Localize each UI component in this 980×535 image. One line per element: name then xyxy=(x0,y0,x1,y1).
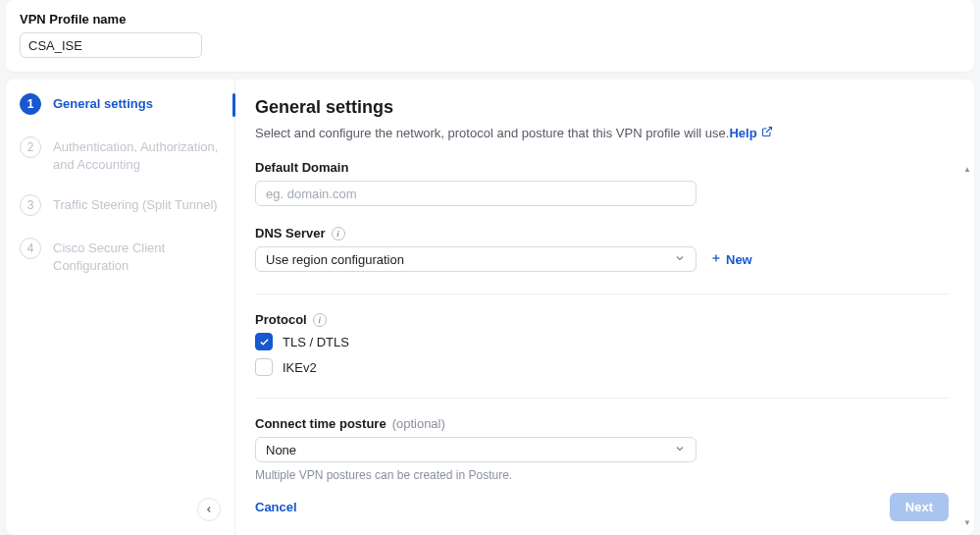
collapse-sidebar-button[interactable] xyxy=(197,498,221,521)
protocol-option-tls-dtls[interactable]: TLS / DTLS xyxy=(255,333,949,350)
next-button[interactable]: Next xyxy=(890,493,949,521)
protocol-option-ikev2[interactable]: IKEv2 xyxy=(255,358,949,376)
protocol-label: Protocol i xyxy=(255,312,949,327)
new-dns-button[interactable]: New xyxy=(710,252,752,267)
dns-server-selected-value: Use region configuration xyxy=(266,252,404,267)
profile-name-label: VPN Profile name xyxy=(20,12,960,27)
step-general-settings[interactable]: 1 General settings xyxy=(20,93,227,115)
plus-icon xyxy=(710,252,722,267)
svg-line-0 xyxy=(766,128,772,134)
dns-server-select[interactable]: Use region configuration xyxy=(255,246,696,272)
section-divider xyxy=(255,398,949,399)
description-text: Select and configure the network, protoc… xyxy=(255,126,729,140)
help-link-label: Help xyxy=(729,126,756,140)
cancel-button[interactable]: Cancel xyxy=(255,500,297,514)
protocol-option-label: IKEv2 xyxy=(283,360,317,375)
posture-label-text: Connect time posture xyxy=(255,416,387,431)
profile-name-card: VPN Profile name xyxy=(6,0,974,72)
page-title: General settings xyxy=(255,97,949,118)
step-label: Authentication, Authorization, and Accou… xyxy=(53,136,227,173)
scroll-down-arrow-icon: ▼ xyxy=(962,517,972,527)
step-secure-client-config[interactable]: 4 Cisco Secure Client Configuration xyxy=(20,238,227,274)
protocol-label-text: Protocol xyxy=(255,312,307,327)
default-domain-input[interactable] xyxy=(255,181,696,206)
info-icon[interactable]: i xyxy=(332,227,345,241)
step-number: 4 xyxy=(20,238,41,259)
profile-name-input[interactable] xyxy=(20,32,202,58)
step-label: Cisco Secure Client Configuration xyxy=(53,238,227,274)
info-icon[interactable]: i xyxy=(313,313,327,327)
step-label: Traffic Steering (Split Tunnel) xyxy=(53,194,218,214)
posture-label: Connect time posture (optional) xyxy=(255,416,949,431)
help-link[interactable]: Help xyxy=(729,126,772,140)
posture-select[interactable]: None xyxy=(255,437,696,462)
step-number: 1 xyxy=(20,93,41,115)
checkbox-unchecked-icon xyxy=(255,358,273,376)
step-aaa[interactable]: 2 Authentication, Authorization, and Acc… xyxy=(20,136,227,173)
protocol-option-label: TLS / DTLS xyxy=(283,335,349,349)
wizard-footer: Cancel Next xyxy=(255,493,949,521)
step-number: 2 xyxy=(20,136,41,158)
posture-selected-value: None xyxy=(266,443,296,457)
chevron-left-icon xyxy=(204,502,214,517)
posture-hint: Multiple VPN postures can be created in … xyxy=(255,468,949,482)
section-divider xyxy=(255,294,949,294)
step-label: General settings xyxy=(53,93,153,113)
default-domain-label: Default Domain xyxy=(255,160,949,175)
wizard-card: 1 General settings 2 Authentication, Aut… xyxy=(6,80,974,535)
chevron-down-icon xyxy=(674,252,686,267)
new-dns-label: New xyxy=(726,252,752,267)
scrollbar[interactable]: ▲ ▼ xyxy=(962,164,972,527)
dns-server-label: DNS Server i xyxy=(255,226,949,241)
step-traffic-steering[interactable]: 3 Traffic Steering (Split Tunnel) xyxy=(20,194,227,216)
dns-server-label-text: DNS Server xyxy=(255,226,326,241)
scroll-up-arrow-icon: ▲ xyxy=(962,164,972,174)
wizard-sidebar: 1 General settings 2 Authentication, Aut… xyxy=(6,80,235,535)
external-link-icon xyxy=(761,126,773,140)
page-description: Select and configure the network, protoc… xyxy=(255,126,949,140)
checkbox-checked-icon xyxy=(255,333,273,350)
optional-tag: (optional) xyxy=(392,416,445,431)
step-number: 3 xyxy=(20,194,41,216)
wizard-content: General settings Select and configure th… xyxy=(235,80,974,535)
dns-server-row: Use region configuration New xyxy=(255,246,949,272)
chevron-down-icon xyxy=(674,443,686,457)
